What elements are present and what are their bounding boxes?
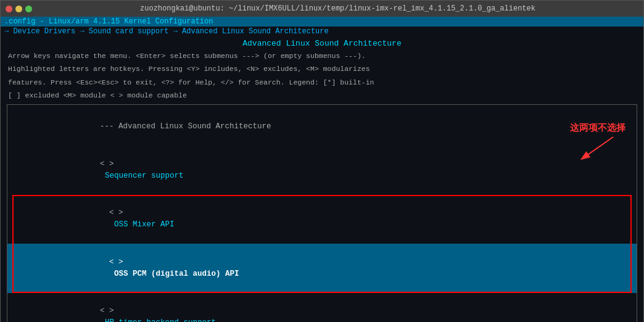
item-prefix: < > [109, 208, 123, 217]
window-controls [6, 6, 32, 12]
status-line: .config - Linux/arm 4.1.15 Kernel Config… [1, 17, 643, 27]
item-label: HR-timer backend support [105, 318, 216, 322]
red-box-section: < > OSS Mixer API < > OSS PCM (digital a… [7, 195, 637, 293]
help-text-3: features. Press <Esc><Esc> to exit, <?> … [1, 76, 643, 89]
help-text-1: Arrow keys navigate the menu. <Enter> se… [1, 49, 643, 62]
close-button-dot[interactable] [6, 6, 12, 12]
list-item[interactable]: < > OSS PCM (digital audio) API [7, 244, 637, 293]
menu-items-list: --- Advanced Linux Sound Architecture < … [7, 105, 637, 322]
maximize-button-dot[interactable] [25, 6, 32, 12]
menu-box: 这两项不选择 --- Advanced Linux So [7, 104, 637, 322]
title-bar: zuozhongkai@ubuntu: ~/linux/IMX6ULL/linu… [1, 1, 643, 17]
help-text-4: [ ] excluded <M> module < > module capab… [1, 89, 643, 102]
breadcrumb: → Device Drivers → Sound card support → … [1, 27, 643, 36]
list-item[interactable]: < > Sequencer support [7, 146, 637, 195]
menu-area: Advanced Linux Sound Architecture Arrow … [1, 36, 643, 322]
help-text-2: Highlighted letters are hotkeys. Pressin… [1, 62, 643, 75]
item-prefix: < > [109, 258, 123, 266]
menu-title: Advanced Linux Sound Architecture [1, 36, 643, 49]
list-item[interactable]: < > HR-timer backend support [7, 293, 637, 322]
menu-header: --- Advanced Linux Sound Architecture [7, 109, 637, 146]
item-label: Sequencer support [105, 171, 184, 180]
minimize-button-dot[interactable] [15, 6, 22, 12]
window-title: zuozhongkai@ubuntu: ~/linux/IMX6ULL/linu… [37, 4, 638, 13]
terminal-body: .config - Linux/arm 4.1.15 Kernel Config… [1, 17, 643, 322]
item-prefix: < > [100, 307, 114, 315]
terminal-window: zuozhongkai@ubuntu: ~/linux/IMX6ULL/linu… [0, 0, 644, 322]
item-prefix: < > [100, 160, 114, 168]
item-label: OSS Mixer API [114, 220, 175, 229]
item-label: OSS PCM (digital audio) API [114, 270, 239, 278]
list-item[interactable]: < > OSS Mixer API [7, 195, 637, 244]
